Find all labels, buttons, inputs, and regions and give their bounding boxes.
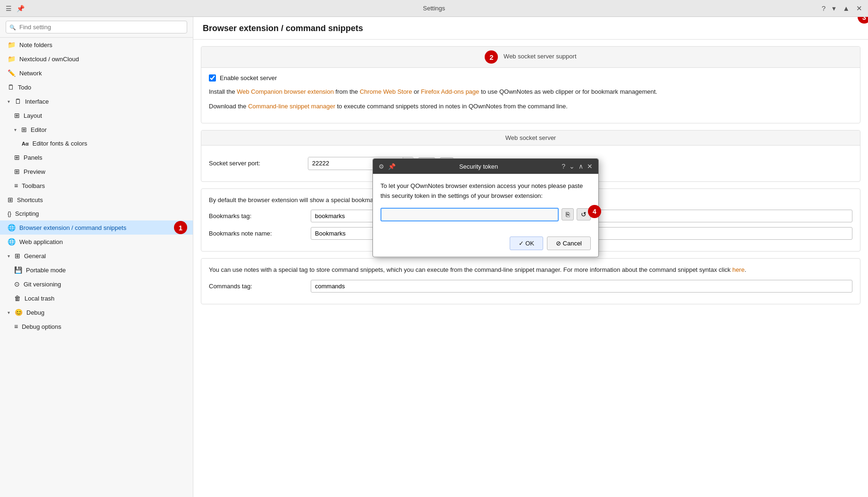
dialog-minimize-icon[interactable]: ⌄ [569,163,575,170]
search-bar [0,17,193,38]
dialog-maximize-icon[interactable]: ∧ [579,163,583,170]
sidebar-item-label: Git versioning [24,281,61,288]
sidebar-item-debug[interactable]: ▾ 😊 Debug [0,305,193,319]
git-icon: ⊙ [14,280,20,288]
maximize-icon[interactable]: ▲ [843,4,850,12]
dialog-titlebar-left: ⚙ 📌 [379,163,396,170]
badge-1: 1 [174,221,187,234]
titlebar-left: ☰ 📌 [6,5,25,12]
sidebar-item-label: Shortcuts [17,196,43,204]
sidebar-item-browser-extension[interactable]: 🌐 Browser extension / command snippets 1 [0,220,193,235]
sidebar-item-label: Scripting [15,210,39,217]
toolbars-icon: ≡ [14,182,18,189]
cloud-icon: 📁 [8,55,16,63]
sidebar-item-label: Portable mode [26,267,66,274]
security-token-dialog: ⚙ 📌 Security token ? ⌄ ∧ ✕ To let your Q… [372,158,599,257]
interface-icon: 🗒 [15,98,21,105]
shortcuts-icon: ⊞ [8,196,13,204]
sidebar-item-label: Debug [26,309,44,316]
main-layout: 📁 Note folders 📁 Nextcloud / ownCloud ✏️… [0,17,868,497]
toggle-icon: ▾ [8,253,10,259]
sidebar-item-note-folders[interactable]: 📁 Note folders [0,38,193,52]
sidebar-item-label: Note folders [19,41,52,49]
sidebar-item-shortcuts[interactable]: ⊞ Shortcuts [0,193,193,207]
sidebar-item-git-versioning[interactable]: ⊙ Git versioning [0,277,193,291]
cancel-button[interactable]: ⊘ Cancel [547,236,591,250]
sidebar-item-label: Panels [24,154,42,161]
general-icon: ⊞ [15,252,20,260]
sidebar-item-todo[interactable]: 🗒 Todo [0,80,193,94]
sidebar-item-label: Debug options [22,323,61,330]
titlebar-controls: ? ▾ ▲ ✕ [822,4,862,13]
sidebar-item-local-trash[interactable]: 🗑 Local trash [0,291,193,305]
sidebar-item-interface[interactable]: ▾ 🗒 Interface [0,94,193,108]
dialog-footer: ✓ OK ⊘ Cancel [373,236,598,257]
trash-icon: 🗑 [14,294,21,302]
todo-icon: 🗒 [8,83,14,91]
titlebar: ☰ 📌 Settings ? ▾ ▲ ✕ [0,0,868,17]
sidebar-item-toolbars[interactable]: ≡ Toolbars [0,179,193,193]
dialog-overlay: ⚙ 📌 Security token ? ⌄ ∧ ✕ To let your Q… [193,17,868,497]
sidebar-item-label: Editor [31,126,47,133]
preview-icon: ⊞ [14,168,20,175]
copy-token-button[interactable]: ⎘ [562,208,574,220]
token-input[interactable] [380,208,559,221]
sidebar-item-editor-fonts[interactable]: Aα Editor fonts & colors [0,137,193,150]
help-icon[interactable]: ? [822,4,826,12]
sidebar-item-label: Interface [25,98,49,105]
sidebar: 📁 Note folders 📁 Nextcloud / ownCloud ✏️… [0,17,193,497]
sidebar-item-label: Nextcloud / ownCloud [19,56,79,63]
dialog-titlebar: ⚙ 📌 Security token ? ⌄ ∧ ✕ [373,159,598,174]
dialog-settings-icon: ⚙ [379,163,384,170]
sidebar-item-label: Todo [18,84,31,91]
sidebar-item-label: Network [19,70,42,77]
dialog-close-icon[interactable]: ✕ [587,163,593,170]
sidebar-item-portable-mode[interactable]: 💾 Portable mode [0,263,193,277]
minimize-icon[interactable]: ▾ [832,4,836,13]
dialog-pin-icon[interactable]: 📌 [388,163,396,170]
sidebar-item-editor[interactable]: ▾ ⊞ Editor [0,122,193,137]
dialog-title: Security token [396,163,562,170]
sidebar-item-network[interactable]: ✏️ Network [0,66,193,80]
sidebar-item-web-application[interactable]: 🌐 Web application [0,235,193,249]
debug-icon: 😊 [15,309,23,316]
window-title: Settings [423,5,445,12]
badge-4: 4 [588,205,601,218]
sidebar-item-debug-options[interactable]: ≡ Debug options [0,319,193,334]
editor-icon: ⊞ [21,126,27,133]
dialog-body: To let your QOwnNotes browser extension … [373,174,598,236]
dialog-controls: ? ⌄ ∧ ✕ [562,163,593,170]
toggle-icon: ▾ [8,310,10,315]
toggle-icon: ▾ [14,127,17,132]
token-row: ⎘ ↺ 4 [380,208,591,221]
sidebar-item-label: Editor fonts & colors [33,140,87,147]
sidebar-item-panels[interactable]: ⊞ Panels [0,150,193,164]
sidebar-item-label: Layout [24,112,42,119]
debug-options-icon: ≡ [14,323,18,330]
sidebar-item-layout[interactable]: ⊞ Layout [0,108,193,122]
font-icon: Aα [22,141,29,147]
dialog-text: To let your QOwnNotes browser extension … [380,181,591,201]
portable-icon: 💾 [14,266,22,274]
web-app-icon: 🌐 [8,238,16,245]
dialog-help-icon[interactable]: ? [562,163,565,170]
panels-icon: ⊞ [14,154,20,161]
sidebar-item-label: Local trash [25,295,55,302]
close-icon[interactable]: ✕ [856,4,862,13]
menu-icon[interactable]: ☰ [6,5,12,12]
layout-icon: ⊞ [14,112,20,119]
sidebar-item-label: General [24,253,46,260]
sidebar-item-scripting[interactable]: {} Scripting [0,207,193,220]
pin-icon[interactable]: 📌 [17,5,25,12]
network-icon: ✏️ [8,69,16,77]
ok-button[interactable]: ✓ OK [510,236,543,250]
sidebar-item-label: Web application [19,238,63,245]
search-input[interactable] [6,21,187,33]
scripting-icon: {} [8,211,11,217]
sidebar-item-preview[interactable]: ⊞ Preview [0,164,193,179]
browser-ext-icon: 🌐 [8,224,16,231]
sidebar-item-nextcloud[interactable]: 📁 Nextcloud / ownCloud [0,52,193,66]
sidebar-item-general[interactable]: ▾ ⊞ General [0,249,193,263]
folder-icon: 📁 [8,41,16,49]
window: ☰ 📌 Settings ? ▾ ▲ ✕ 📁 Note folders 📁 [0,0,868,497]
